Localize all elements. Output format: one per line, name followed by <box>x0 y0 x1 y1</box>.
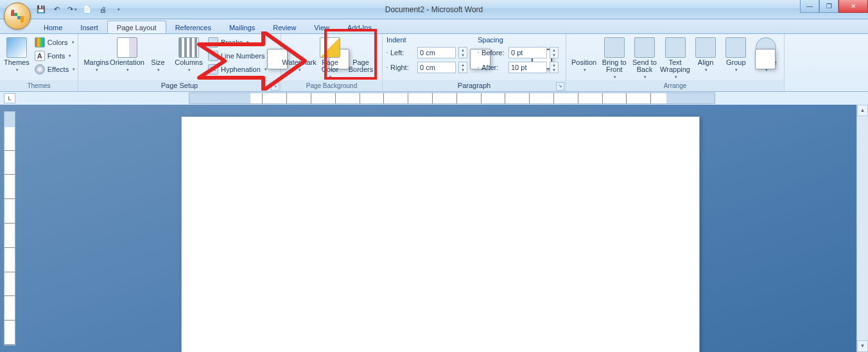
indent-left-spinner[interactable]: ▲▼ <box>458 47 467 58</box>
tab-insert[interactable]: Insert <box>71 21 107 33</box>
indent-heading: Indent <box>386 36 467 44</box>
document-page[interactable] <box>181 116 700 352</box>
line-numbers-button[interactable]: Line Numbers <box>205 49 273 62</box>
page-borders-button[interactable]: Page Borders <box>347 36 375 73</box>
orientation-icon <box>117 37 137 58</box>
tab-home[interactable]: Home <box>35 21 71 33</box>
group-page-background: Watermark Page Color Page Borders Page B… <box>281 34 383 91</box>
ribbon: Themes Colors AFonts Effects Themes Marg… <box>0 34 868 92</box>
office-button[interactable] <box>4 3 31 30</box>
tab-review[interactable]: Review <box>264 21 305 33</box>
bring-front-icon <box>604 37 625 58</box>
maximize-button[interactable]: ❐ <box>819 0 838 13</box>
indent-left-input[interactable] <box>417 47 456 58</box>
indent-left-icon <box>386 52 388 53</box>
qat-save-icon[interactable]: 💾 <box>35 3 48 16</box>
themes-button[interactable]: Themes <box>4 36 30 73</box>
ruler-right-margin <box>666 93 715 103</box>
indent-right-input[interactable] <box>417 62 456 73</box>
text-wrap-label: Text Wrapping <box>660 59 690 73</box>
position-button[interactable]: Position <box>570 36 598 73</box>
horizontal-ruler[interactable] <box>189 92 715 104</box>
breaks-button[interactable]: Breaks <box>205 36 273 49</box>
size-label: Size <box>151 59 164 66</box>
effects-label: Effects <box>48 66 69 73</box>
hyphenation-button[interactable]: bcHyphenation <box>205 63 273 76</box>
colors-label: Colors <box>48 39 68 46</box>
align-button[interactable]: Align <box>692 36 720 73</box>
ruler-left-margin <box>189 93 250 103</box>
spacing-after-spinner[interactable]: ▲▼ <box>550 62 559 73</box>
tab-references[interactable]: References <box>166 21 220 33</box>
tab-page-layout[interactable]: Page Layout <box>107 21 166 33</box>
tab-mailings[interactable]: Mailings <box>220 21 264 33</box>
line-numbers-label: Line Numbers <box>221 52 265 60</box>
group-button[interactable]: Group <box>722 36 750 73</box>
bring-to-front-button[interactable]: Bring to Front <box>600 36 628 80</box>
themes-icon <box>6 37 27 58</box>
indent-right-spinner[interactable]: ▲▼ <box>458 62 467 73</box>
spacing-after-label: After: <box>482 64 506 71</box>
margins-button[interactable]: Margins <box>82 36 110 73</box>
page-color-label: Page Color <box>316 59 344 73</box>
qat-undo-icon[interactable]: ↶ <box>50 3 63 16</box>
scroll-up-icon[interactable]: ▲ <box>857 105 868 116</box>
group-obj-label: Group <box>726 59 746 66</box>
breaks-icon <box>208 37 218 48</box>
align-icon <box>695 37 716 58</box>
position-icon <box>755 49 776 69</box>
text-wrapping-button[interactable]: Text Wrapping <box>661 36 690 80</box>
orientation-label: Orientation <box>110 59 144 66</box>
columns-button[interactable]: Columns <box>175 36 203 73</box>
ruler-bar: L <box>0 92 868 105</box>
theme-colors-button[interactable]: Colors <box>32 36 78 49</box>
bring-front-label: Bring to Front <box>600 59 628 73</box>
hyphenation-icon: bc <box>208 64 218 75</box>
qat-print-icon[interactable]: 🖨 <box>96 3 109 16</box>
qat-new-icon[interactable]: 📄 <box>81 3 94 16</box>
tab-selector[interactable]: L <box>4 93 15 103</box>
indent-left-label: Left: <box>390 49 415 57</box>
spacing-before-spinner[interactable]: ▲▼ <box>550 47 559 58</box>
send-to-back-button[interactable]: Send to Back <box>630 36 658 80</box>
spacing-before-label: Before: <box>482 49 506 57</box>
spacing-after-input[interactable] <box>508 62 547 73</box>
effects-icon <box>35 64 45 75</box>
group-label-themes: Themes <box>0 80 78 91</box>
scroll-down-icon[interactable]: ▼ <box>857 340 868 352</box>
group-label-page-background: Page Background <box>281 80 382 91</box>
theme-fonts-button[interactable]: AFonts <box>32 49 78 62</box>
document-area: ▲ ▼ <box>0 105 868 352</box>
spacing-before-input[interactable] <box>508 47 547 58</box>
group-arrange: Position Bring to Front Send to Back Tex… <box>566 34 785 91</box>
qat-redo-icon[interactable]: ↷ <box>65 3 78 16</box>
send-back-label: Send to Back <box>630 59 658 73</box>
window-title: Document2 - Microsoft Word <box>385 5 483 14</box>
group-label-arrange: Arrange <box>566 80 784 91</box>
hyphenation-label: Hyphenation <box>221 66 261 73</box>
page-color-button[interactable]: Page Color <box>316 36 344 80</box>
align-label: Align <box>698 59 713 66</box>
group-label-paragraph: Paragraph↘ <box>383 80 566 91</box>
tab-addins[interactable]: Add-Ins <box>338 21 381 33</box>
watermark-button[interactable]: Watermark <box>285 36 313 73</box>
theme-effects-button[interactable]: Effects <box>32 63 78 76</box>
qat-customize-icon[interactable] <box>112 3 125 16</box>
vertical-scrollbar[interactable]: ▲ ▼ <box>856 105 868 352</box>
orientation-button[interactable]: Orientation <box>113 36 141 73</box>
tab-view[interactable]: View <box>305 21 338 33</box>
minimize-button[interactable]: — <box>800 0 819 13</box>
paragraph-dialog-launcher[interactable]: ↘ <box>556 82 564 91</box>
quick-access-toolbar: 💾 ↶ ↷ 📄 🖨 <box>35 3 125 16</box>
close-button[interactable]: ✕ <box>838 0 868 13</box>
ribbon-tabs: Home Insert Page Layout References Maili… <box>0 19 868 34</box>
group-themes: Themes Colors AFonts Effects Themes <box>0 34 78 91</box>
text-wrap-icon <box>665 37 686 58</box>
vruler-top-margin <box>4 112 15 127</box>
watermark-label: Watermark <box>282 59 316 66</box>
page-setup-dialog-launcher[interactable]: ↘ <box>271 82 279 91</box>
vertical-ruler[interactable] <box>4 111 15 346</box>
title-bar: 💾 ↶ ↷ 📄 🖨 Document2 - Microsoft Word — ❐… <box>0 0 868 19</box>
size-button[interactable]: Size <box>144 36 172 73</box>
page-borders-label: Page Borders <box>347 59 375 73</box>
